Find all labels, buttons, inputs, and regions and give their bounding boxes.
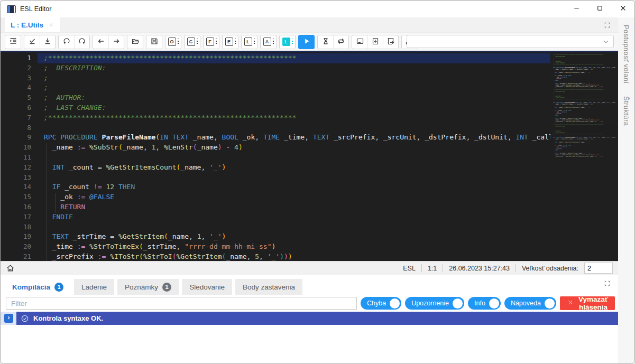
line-number[interactable]: 8 — [1, 123, 31, 133]
export-doc-button[interactable] — [383, 35, 398, 49]
navigate-forward-button[interactable] — [108, 35, 124, 49]
toggle-a-button[interactable]: A — [261, 35, 276, 49]
toggle-l-accent-button[interactable]: L — [280, 35, 295, 49]
toggle-e-button[interactable]: E — [223, 35, 238, 49]
expand-message-button[interactable] — [4, 314, 13, 323]
code-line[interactable]: 14 IF _count != 12 THEN — [1, 182, 550, 192]
code-line[interactable]: 2; DESCRIPTION: — [1, 63, 550, 73]
line-number[interactable]: 9 — [1, 133, 31, 143]
code-line[interactable]: 12 INT _count = %GetStrItemsCount(_name,… — [1, 163, 550, 173]
toggle-c-button[interactable]: C — [185, 35, 200, 49]
tab-body-zastavenia[interactable]: Body zastavenia — [235, 279, 302, 295]
code-line[interactable]: 11 — [1, 153, 550, 163]
tab-close-icon[interactable] — [48, 21, 54, 29]
format-code-button[interactable] — [5, 35, 21, 49]
line-number[interactable]: 14 — [1, 182, 31, 192]
code-line[interactable]: 5; AUTHOR: — [1, 93, 550, 103]
tab-poznamky[interactable]: Poznámky1 — [117, 279, 179, 295]
toggle-info[interactable]: Info — [468, 297, 501, 310]
cursor-position: 1:1 — [428, 265, 437, 272]
loop-button[interactable] — [333, 35, 348, 49]
minimize-button[interactable] — [565, 1, 588, 17]
indent-size-input[interactable] — [584, 263, 613, 274]
expand-icon[interactable] — [604, 21, 611, 28]
navigate-back-button[interactable] — [93, 35, 108, 49]
expand-icon[interactable] — [604, 279, 611, 286]
code-line[interactable]: 18 — [1, 222, 550, 232]
line-number[interactable]: 2 — [1, 63, 31, 73]
code-line[interactable]: 13 — [1, 173, 550, 183]
sidebar-tab-struktura[interactable]: Štruktúra — [622, 96, 630, 126]
toggle-napoveda[interactable]: Nápoveda — [504, 297, 556, 310]
redo-button[interactable] — [74, 35, 89, 49]
line-number[interactable]: 6 — [1, 103, 31, 113]
code-line[interactable]: 15 _ok := @FALSE — [1, 192, 550, 202]
code-editor[interactable]: 1;**************************************… — [1, 51, 618, 261]
toggle-l-button[interactable]: L — [242, 35, 257, 49]
line-number[interactable]: 13 — [1, 173, 31, 183]
home-icon[interactable] — [6, 264, 15, 273]
divider — [421, 264, 422, 272]
line-number[interactable]: 21 — [1, 252, 31, 261]
code-line[interactable]: 20 _time := %StrToTimeEx(_strTime, "rrrr… — [1, 242, 550, 252]
run-button[interactable] — [299, 35, 314, 49]
circle-check-icon — [21, 314, 29, 323]
toolbar-group — [24, 35, 56, 49]
code-line[interactable]: 8 — [1, 123, 550, 133]
line-number[interactable]: 7 — [1, 113, 31, 123]
procedure-combobox[interactable] — [407, 35, 614, 48]
line-number[interactable]: 19 — [1, 232, 31, 242]
open-button[interactable] — [127, 35, 143, 49]
save-button[interactable] — [146, 35, 162, 49]
code-line[interactable]: 3; — [1, 73, 550, 83]
syntax-check-button[interactable] — [24, 35, 40, 49]
tab-ladenie[interactable]: Ladenie — [74, 279, 114, 295]
maximize-button[interactable] — [588, 1, 611, 17]
save-to-system-button[interactable] — [40, 35, 55, 49]
message-row[interactable]: Kontrola syntaxe OK. — [1, 312, 618, 325]
line-number[interactable]: 11 — [1, 153, 31, 163]
panel-tab-label: Poznámky — [125, 283, 158, 291]
line-number[interactable]: 1 — [1, 53, 31, 63]
filter-input[interactable] — [6, 297, 357, 310]
line-number[interactable]: 4 — [1, 83, 31, 93]
tab-sledovanie[interactable]: Sledovanie — [182, 279, 232, 295]
code-line-text: ;***************************************… — [44, 53, 296, 63]
line-number[interactable]: 17 — [1, 212, 31, 222]
code-line[interactable]: 19 TEXT _strTime = %GetStrItem(_name, 1,… — [1, 232, 550, 242]
code-line[interactable]: 9RPC PROCEDURE ParseFileName(IN TEXT _na… — [1, 133, 550, 143]
panel-layout-button[interactable] — [352, 35, 367, 49]
editor-tab[interactable]: L : E.Utils — [5, 17, 60, 32]
minimap[interactable]: ;***************************************… — [551, 52, 617, 261]
line-number[interactable]: 10 — [1, 143, 31, 153]
toggle-upozornenie[interactable]: Upozornenie — [405, 297, 464, 310]
line-number[interactable]: 16 — [1, 202, 31, 212]
import-doc-button[interactable] — [367, 35, 383, 49]
code-line[interactable]: 10 _name := %SubStr(_name, 1, %LenStr(_n… — [1, 143, 550, 153]
wait-button[interactable] — [318, 35, 333, 49]
code-line[interactable]: 16 RETURN — [1, 202, 550, 212]
code-area[interactable]: 1;**************************************… — [1, 53, 550, 261]
line-number[interactable]: 5 — [1, 93, 31, 103]
code-line[interactable]: 21 _srcPrefix := %IToStr(%StrToI(%GetStr… — [1, 252, 550, 261]
code-line[interactable]: 17 ENDIF — [1, 212, 550, 222]
arrow-left-icon — [97, 37, 105, 47]
line-number[interactable]: 20 — [1, 242, 31, 252]
tab-kompilacia[interactable]: Kompilácia1 — [5, 279, 71, 295]
undo-button[interactable] — [59, 35, 74, 49]
line-number[interactable]: 18 — [1, 222, 31, 232]
toggle-chyba[interactable]: Chyba — [361, 297, 401, 310]
code-line[interactable]: 4; — [1, 83, 550, 93]
line-number[interactable]: 15 — [1, 192, 31, 202]
line-number[interactable]: 12 — [1, 163, 31, 173]
clear-messages-button[interactable]: Vymazať hlásenia — [560, 296, 615, 310]
code-line[interactable]: 7;**************************************… — [1, 113, 550, 123]
toggle-f-button[interactable]: F — [204, 35, 219, 49]
line-number[interactable]: 3 — [1, 73, 31, 83]
close-button[interactable] — [611, 1, 634, 17]
toggle-o-button[interactable]: O — [165, 35, 181, 49]
sidebar-tab-postupnost-volani[interactable]: Postupnosť volaní — [622, 25, 630, 83]
code-line[interactable]: 6; LAST CHANGE: — [1, 103, 550, 113]
code-line[interactable]: 1;**************************************… — [1, 53, 550, 63]
save-icon — [150, 37, 159, 47]
